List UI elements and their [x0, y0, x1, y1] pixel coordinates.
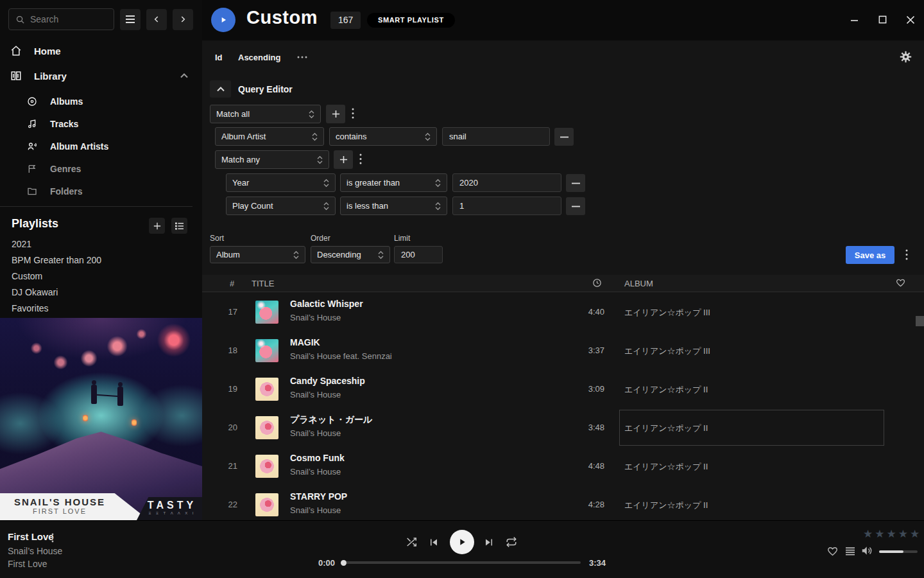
playlist-view-button[interactable]: [171, 218, 187, 234]
sidebar-item-tracks[interactable]: Tracks: [0, 114, 202, 134]
minus-icon: [560, 136, 569, 138]
next-track-button[interactable]: [484, 538, 494, 547]
figure-right: [117, 387, 123, 406]
add-subrule-button[interactable]: [334, 150, 353, 169]
main-content: Custom 167 SMART PLAYLIST Id Ascending: [202, 0, 924, 520]
remove-rule-button[interactable]: [566, 197, 585, 215]
star-icon[interactable]: ★: [875, 528, 886, 540]
nav-forward-button[interactable]: [173, 9, 193, 30]
query-editor-collapse-button[interactable]: [210, 80, 231, 98]
rule-field-select[interactable]: Album Artist: [215, 127, 324, 146]
star-icon[interactable]: ★: [910, 528, 921, 540]
search-input[interactable]: [30, 14, 107, 24]
sidebar-item-label: Folders: [50, 186, 83, 197]
match-type-select[interactable]: Match all: [210, 105, 321, 123]
duration-clock-icon[interactable]: [592, 278, 602, 288]
menu-button[interactable]: [120, 9, 141, 30]
sort-select[interactable]: Album: [210, 246, 305, 263]
plus-icon: [339, 155, 348, 164]
minus-icon: [572, 206, 580, 207]
rule-value-input[interactable]: [442, 127, 550, 146]
sidebar-item-genres[interactable]: Genres: [0, 159, 202, 179]
favorite-heart-icon[interactable]: [827, 546, 838, 556]
nav-back-button[interactable]: [146, 9, 167, 30]
sidebar-item-folders[interactable]: Folders: [0, 182, 202, 201]
total-time: 3:34: [589, 558, 606, 568]
search-box[interactable]: [8, 8, 114, 30]
select-caret-icon: [323, 202, 329, 211]
order-select[interactable]: Descending: [311, 246, 390, 263]
group-options-kebab-icon[interactable]: [350, 107, 355, 120]
rating-stars[interactable]: ★★★★★: [863, 527, 921, 541]
playlist-item[interactable]: Favorites: [12, 303, 49, 313]
sort-field-button[interactable]: Id: [215, 53, 223, 62]
shuffle-button[interactable]: [406, 536, 418, 548]
track-album: エイリアン☆ポップ II: [624, 423, 708, 434]
playlist-item-selected[interactable]: Custom: [12, 271, 42, 281]
select-caret-icon: [435, 202, 441, 211]
play-pause-button[interactable]: [450, 530, 474, 554]
gear-icon[interactable]: [900, 51, 912, 63]
track-duration: 4:48: [558, 461, 604, 471]
sidebar-item-library[interactable]: Library: [0, 66, 202, 86]
progress-handle[interactable]: [341, 560, 346, 566]
limit-label: Limit: [394, 234, 410, 243]
playlist-item[interactable]: 2021: [12, 239, 31, 249]
track-row[interactable]: 22 STARRY POP Snail’s House 4:28 エイリアン☆ポ…: [202, 486, 924, 520]
rule-operator-select[interactable]: contains: [329, 127, 437, 146]
save-options-kebab-icon[interactable]: [904, 248, 909, 261]
track-row[interactable]: 21 Cosmo Funk Snail’s House 4:48 エイリアン☆ポ…: [202, 447, 924, 486]
column-title[interactable]: TITLE: [252, 279, 274, 288]
track-row[interactable]: 19 Candy Spaceship Snail’s House 3:09 エイ…: [202, 370, 924, 408]
volume-slider[interactable]: [879, 550, 918, 553]
rule-value-input[interactable]: [452, 197, 561, 215]
select-caret-icon: [293, 250, 299, 259]
sidebar-item-albums[interactable]: Albums: [0, 92, 202, 111]
track-row[interactable]: 20 プラネット・ガール Snail’s House 3:48 エイリアン☆ポッ…: [202, 408, 924, 447]
rule-operator-select[interactable]: is greater than: [340, 173, 447, 192]
window-minimize-button[interactable]: [849, 15, 860, 26]
progress-bar[interactable]: [343, 561, 581, 564]
sort-direction-button[interactable]: Ascending: [238, 53, 280, 62]
rule-operator-select[interactable]: is less than: [340, 197, 447, 215]
chevron-up-icon[interactable]: [180, 73, 188, 78]
sidebar-item-home[interactable]: Home: [0, 40, 202, 61]
list-toolbar: Id Ascending: [202, 40, 924, 75]
add-rule-button[interactable]: [326, 105, 345, 123]
track-row[interactable]: 17 Galactic Whisper Snail’s House 4:40 エ…: [202, 293, 924, 331]
favorite-heart-icon[interactable]: [896, 278, 905, 287]
add-playlist-button[interactable]: [149, 218, 165, 234]
track-artist: Snail’s House: [290, 313, 341, 322]
playlist-item[interactable]: DJ Okawari: [12, 287, 58, 297]
list-scrollbar-thumb[interactable]: [916, 316, 924, 326]
star-icon[interactable]: ★: [898, 528, 910, 540]
remove-rule-button[interactable]: [554, 128, 574, 146]
window-close-button[interactable]: [905, 15, 916, 25]
previous-track-button[interactable]: [429, 538, 439, 547]
volume-speaker-icon[interactable]: [861, 545, 873, 556]
remove-rule-button[interactable]: [566, 174, 585, 192]
save-as-button[interactable]: Save as: [846, 246, 894, 264]
subgroup-options-kebab-icon[interactable]: [358, 152, 363, 166]
queue-icon[interactable]: [845, 547, 855, 556]
track-title: Candy Spaceship: [290, 376, 365, 386]
sidebar-item-album-artists[interactable]: Album Artists: [0, 137, 202, 156]
track-row[interactable]: 18 MAGIK Snail’s House feat. Sennzai 3:3…: [202, 331, 924, 370]
repeat-button[interactable]: [505, 536, 518, 548]
window-maximize-button[interactable]: [878, 15, 887, 24]
subgroup-match-type-select[interactable]: Match any: [215, 150, 329, 169]
star-icon[interactable]: ★: [887, 528, 898, 540]
rule-field-select[interactable]: Play Count: [226, 197, 336, 215]
column-album[interactable]: ALBUM: [624, 279, 653, 288]
playlist-item[interactable]: BPM Greater than 200: [12, 255, 101, 265]
playlists-title: Playlists: [12, 217, 58, 231]
select-value: Play Count: [232, 201, 273, 211]
play-playlist-button[interactable]: [211, 8, 235, 32]
rule-field-select[interactable]: Year: [226, 173, 336, 192]
more-options-icon[interactable]: [297, 56, 307, 58]
now-playing-cover-art[interactable]: SNAIL'S HOUSE FIRST LOVE TASTY Ξ Ξ T Λ Λ…: [0, 318, 202, 520]
now-playing-kebab-icon[interactable]: [51, 533, 54, 543]
rule-value-input[interactable]: [452, 173, 561, 192]
star-icon[interactable]: ★: [863, 528, 875, 540]
limit-input[interactable]: [394, 246, 443, 263]
